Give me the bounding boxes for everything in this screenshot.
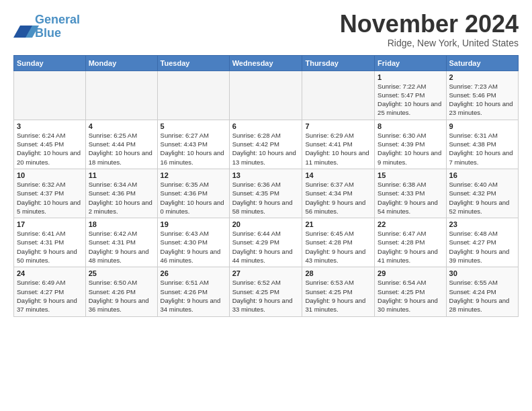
calendar-cell: 20Sunrise: 6:44 AM Sunset: 4:29 PM Dayli… — [229, 218, 302, 267]
calendar-cell: 1Sunrise: 7:22 AM Sunset: 5:47 PM Daylig… — [375, 71, 446, 120]
calendar-cell: 24Sunrise: 6:49 AM Sunset: 4:27 PM Dayli… — [14, 267, 86, 316]
week-row-3: 17Sunrise: 6:41 AM Sunset: 4:31 PM Dayli… — [14, 218, 519, 267]
day-info: Sunrise: 6:25 AM Sunset: 4:44 PM Dayligh… — [89, 131, 154, 167]
day-number: 18 — [89, 220, 154, 228]
calendar-cell — [157, 71, 229, 120]
weekday-header-tuesday: Tuesday — [157, 55, 229, 71]
day-info: Sunrise: 6:35 AM Sunset: 4:36 PM Dayligh… — [161, 180, 226, 216]
calendar-cell: 22Sunrise: 6:47 AM Sunset: 4:28 PM Dayli… — [375, 218, 446, 267]
day-info: Sunrise: 6:42 AM Sunset: 4:31 PM Dayligh… — [89, 229, 154, 265]
day-number: 1 — [378, 73, 443, 81]
day-number: 29 — [378, 269, 443, 277]
calendar-cell: 18Sunrise: 6:42 AM Sunset: 4:31 PM Dayli… — [85, 218, 157, 267]
calendar-cell: 9Sunrise: 6:31 AM Sunset: 4:38 PM Daylig… — [446, 120, 518, 169]
day-number: 27 — [232, 269, 300, 277]
day-info: Sunrise: 6:48 AM Sunset: 4:27 PM Dayligh… — [449, 229, 515, 265]
calendar-cell: 23Sunrise: 6:48 AM Sunset: 4:27 PM Dayli… — [446, 218, 518, 267]
logo-blue: Blue — [35, 27, 80, 40]
calendar-cell — [14, 71, 86, 120]
day-number: 2 — [449, 73, 515, 81]
day-info: Sunrise: 6:54 AM Sunset: 4:25 PM Dayligh… — [378, 278, 443, 314]
calendar-cell: 10Sunrise: 6:32 AM Sunset: 4:37 PM Dayli… — [14, 169, 86, 218]
weekday-header-wednesday: Wednesday — [229, 55, 302, 71]
calendar-cell: 25Sunrise: 6:50 AM Sunset: 4:26 PM Dayli… — [85, 267, 157, 316]
calendar-cell — [85, 71, 157, 120]
day-info: Sunrise: 6:38 AM Sunset: 4:33 PM Dayligh… — [378, 180, 443, 216]
calendar-header: SundayMondayTuesdayWednesdayThursdayFrid… — [14, 55, 519, 71]
day-number: 10 — [17, 171, 83, 179]
calendar-cell: 29Sunrise: 6:54 AM Sunset: 4:25 PM Dayli… — [375, 267, 446, 316]
day-info: Sunrise: 6:32 AM Sunset: 4:37 PM Dayligh… — [17, 180, 83, 216]
calendar-cell: 15Sunrise: 6:38 AM Sunset: 4:33 PM Dayli… — [375, 169, 446, 218]
day-number: 19 — [161, 220, 226, 228]
calendar-cell: 3Sunrise: 6:24 AM Sunset: 4:45 PM Daylig… — [14, 120, 86, 169]
calendar-cell: 14Sunrise: 6:37 AM Sunset: 4:34 PM Dayli… — [302, 169, 375, 218]
day-number: 8 — [378, 122, 443, 130]
day-info: Sunrise: 6:34 AM Sunset: 4:36 PM Dayligh… — [89, 180, 154, 216]
day-info: Sunrise: 6:37 AM Sunset: 4:34 PM Dayligh… — [305, 180, 371, 216]
day-number: 12 — [161, 171, 226, 179]
day-info: Sunrise: 6:29 AM Sunset: 4:41 PM Dayligh… — [305, 131, 371, 167]
day-number: 15 — [378, 171, 443, 179]
calendar-cell: 4Sunrise: 6:25 AM Sunset: 4:44 PM Daylig… — [85, 120, 157, 169]
calendar-table: SundayMondayTuesdayWednesdayThursdayFrid… — [13, 55, 519, 317]
day-info: Sunrise: 6:44 AM Sunset: 4:29 PM Dayligh… — [232, 229, 300, 265]
day-number: 17 — [17, 220, 83, 228]
weekday-header-saturday: Saturday — [446, 55, 518, 71]
day-info: Sunrise: 7:22 AM Sunset: 5:47 PM Dayligh… — [378, 82, 443, 118]
calendar-cell: 16Sunrise: 6:40 AM Sunset: 4:32 PM Dayli… — [446, 169, 518, 218]
day-info: Sunrise: 6:41 AM Sunset: 4:31 PM Dayligh… — [17, 229, 83, 265]
calendar-body: 1Sunrise: 7:22 AM Sunset: 5:47 PM Daylig… — [14, 71, 519, 316]
logo-icon — [13, 19, 34, 35]
weekday-header-row: SundayMondayTuesdayWednesdayThursdayFrid… — [14, 55, 519, 71]
calendar-cell: 27Sunrise: 6:52 AM Sunset: 4:25 PM Dayli… — [229, 267, 302, 316]
day-info: Sunrise: 6:51 AM Sunset: 4:26 PM Dayligh… — [161, 278, 226, 314]
day-info: Sunrise: 6:53 AM Sunset: 4:25 PM Dayligh… — [305, 278, 371, 314]
day-number: 11 — [89, 171, 154, 179]
weekday-header-monday: Monday — [85, 55, 157, 71]
header-area: General Blue November 2024 Ridge, New Yo… — [13, 11, 519, 48]
location: Ridge, New York, United States — [340, 38, 519, 48]
weekday-header-friday: Friday — [375, 55, 446, 71]
day-number: 4 — [89, 122, 154, 130]
day-info: Sunrise: 6:52 AM Sunset: 4:25 PM Dayligh… — [232, 278, 300, 314]
day-info: Sunrise: 6:24 AM Sunset: 4:45 PM Dayligh… — [17, 131, 83, 167]
day-info: Sunrise: 6:49 AM Sunset: 4:27 PM Dayligh… — [17, 278, 83, 314]
day-number: 30 — [449, 269, 515, 277]
day-number: 20 — [232, 220, 300, 228]
calendar-cell: 11Sunrise: 6:34 AM Sunset: 4:36 PM Dayli… — [85, 169, 157, 218]
calendar-cell: 6Sunrise: 6:28 AM Sunset: 4:42 PM Daylig… — [229, 120, 302, 169]
logo-text: General Blue — [35, 13, 80, 40]
calendar-cell — [229, 71, 302, 120]
week-row-0: 1Sunrise: 7:22 AM Sunset: 5:47 PM Daylig… — [14, 71, 519, 120]
calendar-cell: 28Sunrise: 6:53 AM Sunset: 4:25 PM Dayli… — [302, 267, 375, 316]
calendar-cell: 8Sunrise: 6:30 AM Sunset: 4:39 PM Daylig… — [375, 120, 446, 169]
day-number: 16 — [449, 171, 515, 179]
calendar-cell — [302, 71, 375, 120]
calendar-cell: 30Sunrise: 6:55 AM Sunset: 4:24 PM Dayli… — [446, 267, 518, 316]
day-info: Sunrise: 6:50 AM Sunset: 4:26 PM Dayligh… — [89, 278, 154, 314]
weekday-header-thursday: Thursday — [302, 55, 375, 71]
calendar-cell: 7Sunrise: 6:29 AM Sunset: 4:41 PM Daylig… — [302, 120, 375, 169]
day-number: 3 — [17, 122, 83, 130]
day-number: 5 — [161, 122, 226, 130]
day-number: 25 — [89, 269, 154, 277]
week-row-4: 24Sunrise: 6:49 AM Sunset: 4:27 PM Dayli… — [14, 267, 519, 316]
calendar-cell: 21Sunrise: 6:45 AM Sunset: 4:28 PM Dayli… — [302, 218, 375, 267]
calendar-page: General Blue November 2024 Ridge, New Yo… — [0, 0, 532, 324]
day-number: 13 — [232, 171, 300, 179]
day-info: Sunrise: 6:30 AM Sunset: 4:39 PM Dayligh… — [378, 131, 443, 167]
day-info: Sunrise: 6:27 AM Sunset: 4:43 PM Dayligh… — [161, 131, 226, 167]
day-info: Sunrise: 6:36 AM Sunset: 4:35 PM Dayligh… — [232, 180, 300, 216]
day-number: 6 — [232, 122, 300, 130]
calendar-cell: 12Sunrise: 6:35 AM Sunset: 4:36 PM Dayli… — [157, 169, 229, 218]
day-info: Sunrise: 6:43 AM Sunset: 4:30 PM Dayligh… — [161, 229, 226, 265]
logo-general: General — [35, 13, 80, 27]
calendar-cell: 13Sunrise: 6:36 AM Sunset: 4:35 PM Dayli… — [229, 169, 302, 218]
week-row-2: 10Sunrise: 6:32 AM Sunset: 4:37 PM Dayli… — [14, 169, 519, 218]
calendar-cell: 2Sunrise: 7:23 AM Sunset: 5:46 PM Daylig… — [446, 71, 518, 120]
calendar-cell: 5Sunrise: 6:27 AM Sunset: 4:43 PM Daylig… — [157, 120, 229, 169]
day-number: 21 — [305, 220, 371, 228]
day-number: 22 — [378, 220, 443, 228]
day-info: Sunrise: 6:28 AM Sunset: 4:42 PM Dayligh… — [232, 131, 300, 167]
